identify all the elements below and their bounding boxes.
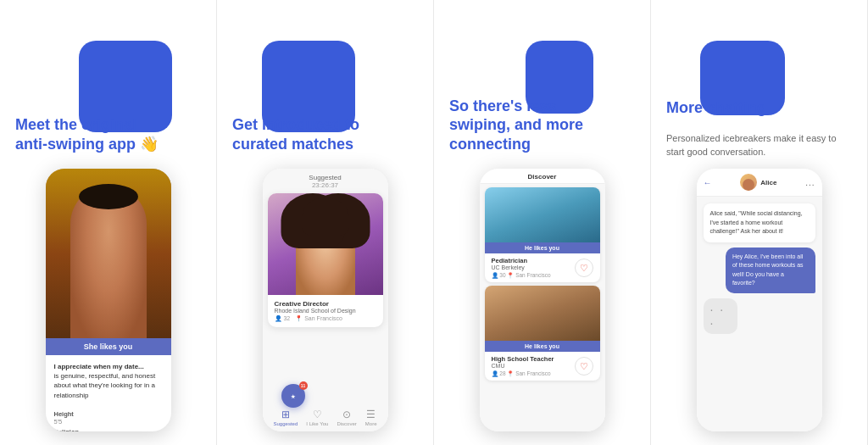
card1-heart[interactable]: ♡ bbox=[575, 259, 593, 277]
panel3-heading: So there's less swiping, and more connec… bbox=[449, 97, 635, 154]
bio-section: I appreciate when my date... is genuine,… bbox=[46, 355, 171, 407]
height-label: Height bbox=[54, 410, 74, 418]
match-meta: 👤 32 📍 San Francisco bbox=[275, 315, 376, 322]
panel4-subtext: Personalized icebreakers make it easy to… bbox=[666, 132, 852, 159]
phone-mockup-2: Suggested 23:26:37 Creative Director Rho… bbox=[263, 169, 388, 431]
card2-details: High School Teacher CMU 👤 28 📍 San Franc… bbox=[492, 355, 554, 377]
chat-header: ← Alice ... bbox=[697, 169, 822, 197]
card2-job: High School Teacher bbox=[492, 355, 554, 363]
panel-anti-swipe: Meet the original anti-swiping app 👋 She… bbox=[0, 0, 217, 445]
discover-card-1: He likes you Pediatrician UC Berkeley 👤 … bbox=[485, 187, 600, 282]
match-school: Rhode Island School of Design bbox=[275, 308, 376, 314]
suggested-label: Suggested 23:26:37 bbox=[263, 169, 388, 192]
panel-connecting: So there's less swiping, and more connec… bbox=[434, 0, 651, 445]
back-button[interactable]: ← bbox=[704, 178, 712, 187]
card2-school: CMU bbox=[492, 363, 554, 369]
panel-chatting: More chatting Personalized icebreakers m… bbox=[651, 0, 868, 445]
match-info: Creative Director Rhode Island School of… bbox=[268, 295, 383, 327]
panel2-heading: Get introduced to curated matches bbox=[232, 115, 418, 153]
chat-messages: Alice said, "While social distancing, I'… bbox=[697, 197, 822, 430]
card1-he-likes: He likes you bbox=[485, 242, 600, 253]
chat-avatar bbox=[740, 174, 757, 191]
discover-bar: Discover bbox=[480, 169, 605, 184]
discover-icon: ⊙ bbox=[342, 409, 351, 420]
phone-mockup-1: She likes you I appreciate when my date.… bbox=[46, 169, 171, 431]
match-card: Creative Director Rhode Island School of… bbox=[268, 193, 383, 327]
more-icon: ☰ bbox=[366, 409, 376, 420]
bottom-nav: ⊞ Suggested ♡ I Like You ⊙ Discover ☰ Mo… bbox=[263, 409, 388, 426]
bio-prompt: I appreciate when my date... bbox=[54, 362, 163, 371]
card2-he-likes: He likes you bbox=[485, 341, 600, 352]
panel-curated-matches: Get introduced to curated matches Sugges… bbox=[217, 0, 434, 445]
suggested-screen: Suggested 23:26:37 Creative Director Rho… bbox=[263, 169, 388, 431]
match-photo bbox=[268, 193, 383, 295]
card1-info: Pediatrician UC Berkeley 👤 30 📍 San Fran… bbox=[485, 253, 600, 282]
nav-more-label: More bbox=[365, 421, 377, 426]
religion-row: Religion bbox=[54, 428, 163, 431]
card2-meta: 👤 28 📍 San Francisco bbox=[492, 370, 554, 377]
nav-more[interactable]: ☰ More bbox=[365, 409, 377, 426]
height-row: Height 5'5 bbox=[54, 410, 163, 426]
countdown-timer: 23:26:37 bbox=[263, 181, 388, 189]
nav-discover-label: Discover bbox=[337, 421, 356, 426]
nav-like-label: I Like You bbox=[306, 421, 328, 426]
sent-message: Hey Alice, I've been into all of these h… bbox=[726, 248, 815, 293]
panel1-heading: Meet the original anti-swiping app 👋 bbox=[15, 115, 201, 153]
card1-details: Pediatrician UC Berkeley 👤 30 📍 San Fran… bbox=[492, 257, 551, 279]
chat-header-center: Alice bbox=[740, 174, 776, 191]
like-icon: ♡ bbox=[313, 409, 322, 420]
suggested-icon: ⊞ bbox=[281, 409, 290, 420]
religion-label: Religion bbox=[54, 428, 80, 431]
profile-photo-1 bbox=[46, 169, 171, 338]
typing-indicator: · · · bbox=[704, 298, 737, 334]
nav-suggested-label: Suggested bbox=[274, 421, 298, 426]
discover-screen: Discover He likes you Pediatrician UC Be… bbox=[480, 169, 605, 431]
phone-mockup-3: Discover He likes you Pediatrician UC Be… bbox=[480, 169, 605, 431]
phone-mockup-4: ← Alice ... Alice said, "While social di… bbox=[697, 169, 822, 431]
match-age: 👤 32 bbox=[275, 315, 291, 322]
nav-i-like-you[interactable]: ♡ I Like You bbox=[306, 409, 328, 426]
she-likes-badge: She likes you bbox=[46, 338, 171, 355]
card1-job: Pediatrician bbox=[492, 257, 551, 264]
card2-heart[interactable]: ♡ bbox=[575, 357, 593, 375]
card1-photo bbox=[485, 187, 600, 242]
woman-figure bbox=[46, 169, 171, 338]
icebreaker-message: Alice said, "While social distancing, I'… bbox=[704, 203, 815, 242]
bio-text: is genuine, respectful, and honest about… bbox=[54, 371, 163, 400]
panel4-heading: More chatting bbox=[666, 98, 852, 118]
nav-discover[interactable]: ⊙ Discover bbox=[337, 409, 356, 426]
card1-school: UC Berkeley bbox=[492, 264, 551, 270]
wave-emoji: 👋 bbox=[140, 136, 159, 153]
match-job: Creative Director bbox=[275, 300, 376, 308]
chat-partner-name: Alice bbox=[760, 179, 776, 186]
height-value: 5'5 bbox=[54, 418, 63, 426]
chat-screen: ← Alice ... Alice said, "While social di… bbox=[697, 169, 822, 431]
chat-more-button[interactable]: ... bbox=[805, 178, 815, 187]
nav-suggested[interactable]: ⊞ Suggested bbox=[274, 409, 298, 426]
card2-info: High School Teacher CMU 👤 28 📍 San Franc… bbox=[485, 352, 600, 381]
suggested-nav-badge[interactable]: ★ bbox=[281, 384, 305, 408]
card2-photo bbox=[485, 286, 600, 341]
profile-details: Height 5'5 Religion bbox=[46, 410, 171, 431]
match-location: 📍 San Francisco bbox=[295, 315, 342, 322]
discover-card-2: He likes you High School Teacher CMU 👤 2… bbox=[485, 286, 600, 381]
card1-meta: 👤 30 📍 San Francisco bbox=[492, 272, 551, 279]
